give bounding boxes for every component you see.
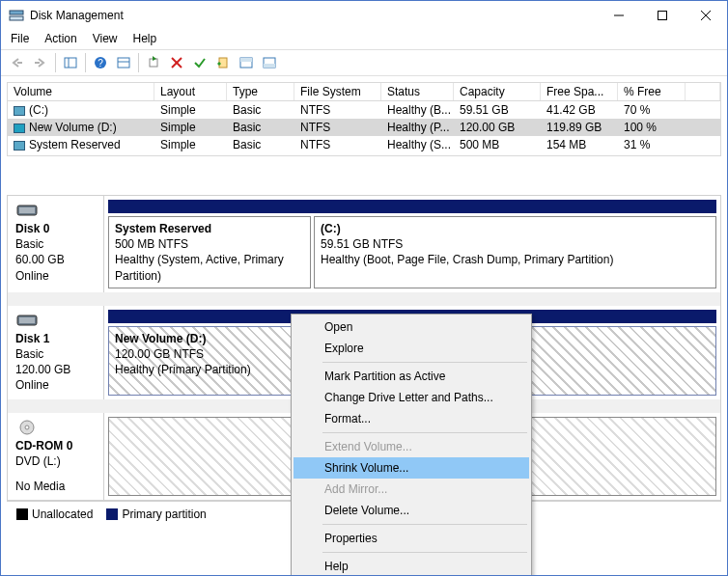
menu-view[interactable]: View (93, 32, 118, 45)
partition[interactable]: System Reserved500 MB NTFSHealthy (Syste… (108, 216, 311, 288)
refresh-button[interactable] (143, 52, 164, 73)
toolbar: ? (1, 49, 727, 76)
svg-rect-21 (264, 64, 275, 68)
menubar: File Action View Help (1, 30, 727, 49)
svg-rect-7 (35, 62, 40, 64)
titlebar: Disk Management (1, 1, 727, 30)
svg-rect-17 (219, 58, 227, 68)
volume-list[interactable]: (C:)SimpleBasicNTFSHealthy (B...59.51 GB… (7, 101, 721, 156)
volume-row[interactable]: (C:)SimpleBasicNTFSHealthy (B...59.51 GB… (8, 101, 720, 119)
cm-delete[interactable]: Delete Volume... (294, 500, 529, 521)
col-free[interactable]: Free Spa... (541, 83, 618, 100)
bottom-view-button[interactable] (259, 52, 280, 73)
svg-text:?: ? (98, 58, 103, 69)
svg-rect-19 (240, 58, 252, 62)
cm-mirror: Add Mirror... (294, 479, 529, 500)
col-capacity[interactable]: Capacity (454, 83, 541, 100)
cm-explore[interactable]: Explore (294, 338, 529, 359)
svg-rect-3 (658, 12, 666, 20)
col-pctfree[interactable]: % Free (618, 83, 686, 100)
disk-meta[interactable]: CD-ROM 0DVD (L:)No Media (8, 413, 104, 501)
legend-primary: Primary partition (122, 507, 206, 521)
volume-list-header: Volume Layout Type File System Status Ca… (7, 82, 721, 101)
cm-open[interactable]: Open (294, 316, 529, 338)
col-spacer (686, 83, 720, 100)
col-layout[interactable]: Layout (154, 83, 227, 100)
cm-format[interactable]: Format... (294, 408, 529, 429)
help-button[interactable]: ? (90, 52, 111, 73)
svg-rect-8 (65, 58, 76, 68)
svg-point-27 (25, 425, 29, 429)
svg-rect-12 (118, 58, 129, 68)
menu-file[interactable]: File (11, 32, 29, 45)
delete-button[interactable] (166, 52, 187, 73)
top-view-button[interactable] (236, 52, 257, 73)
svg-rect-1 (10, 16, 23, 20)
view-options-button[interactable] (113, 52, 134, 73)
col-type[interactable]: Type (227, 83, 294, 100)
disk-meta[interactable]: Disk 0Basic60.00 GBOnline (8, 196, 104, 292)
col-fs[interactable]: File System (294, 83, 381, 100)
apply-button[interactable] (189, 52, 210, 73)
disk-meta[interactable]: Disk 1Basic120.00 GBOnline (8, 306, 104, 399)
menu-action[interactable]: Action (44, 32, 76, 45)
cm-shrink[interactable]: Shrink Volume... (294, 457, 529, 479)
cm-change-letter[interactable]: Change Drive Letter and Paths... (294, 387, 529, 408)
window-title: Disk Management (30, 9, 124, 22)
col-status[interactable]: Status (381, 83, 454, 100)
cm-extend: Extend Volume... (294, 436, 529, 457)
close-button[interactable] (684, 2, 727, 30)
show-hide-console-tree-button[interactable] (60, 52, 81, 73)
disk-row: Disk 0Basic60.00 GBOnlineSystem Reserved… (8, 196, 720, 306)
partition[interactable]: (C:)59.51 GB NTFSHealthy (Boot, Page Fil… (314, 216, 716, 288)
minimize-button[interactable] (597, 2, 640, 30)
cm-help[interactable]: Help (294, 556, 529, 576)
context-menu: Open Explore Mark Partition as Active Ch… (291, 314, 532, 576)
volume-row[interactable]: System ReservedSimpleBasicNTFSHealthy (S… (8, 136, 720, 153)
menu-help[interactable]: Help (133, 32, 157, 45)
new-button[interactable] (212, 52, 234, 73)
svg-rect-23 (19, 207, 35, 213)
cm-properties[interactable]: Properties (294, 528, 529, 549)
window-controls (597, 2, 727, 30)
back-button[interactable] (7, 52, 28, 73)
volume-row[interactable]: New Volume (D:)SimpleBasicNTFSHealthy (P… (8, 119, 720, 136)
svg-rect-25 (19, 317, 35, 323)
svg-rect-0 (10, 11, 23, 14)
svg-rect-6 (17, 62, 22, 64)
cm-mark-active[interactable]: Mark Partition as Active (294, 366, 529, 387)
forward-button[interactable] (30, 52, 51, 73)
maximize-button[interactable] (640, 2, 684, 30)
col-volume[interactable]: Volume (8, 83, 154, 100)
legend-unallocated: Unallocated (32, 507, 93, 521)
app-icon (9, 8, 24, 23)
